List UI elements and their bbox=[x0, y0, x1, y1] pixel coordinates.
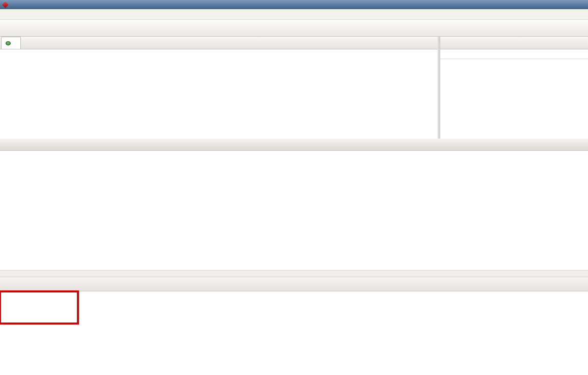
debug-panel bbox=[0, 37, 438, 139]
tab-debug[interactable] bbox=[1, 37, 21, 49]
title-bar bbox=[0, 0, 588, 9]
console-tab-bar bbox=[0, 277, 588, 291]
debug-panel-body bbox=[0, 49, 438, 139]
horizontal-scrollbar[interactable] bbox=[0, 270, 588, 277]
right-panel-tabs bbox=[440, 37, 588, 49]
expressions-panel bbox=[440, 37, 588, 139]
scroll-left-icon[interactable] bbox=[17, 271, 23, 277]
debug-icon bbox=[6, 41, 11, 45]
upper-area bbox=[0, 37, 588, 139]
app-logo-icon bbox=[2, 2, 9, 8]
code-area[interactable] bbox=[0, 151, 588, 270]
column-header-name bbox=[440, 49, 588, 59]
debug-panel-tabs bbox=[0, 37, 438, 49]
console-output[interactable] bbox=[0, 291, 588, 375]
annotation-rect bbox=[0, 290, 79, 325]
menu-bar bbox=[0, 9, 588, 20]
main-toolbar bbox=[0, 20, 588, 37]
editor-tab-bar bbox=[0, 139, 588, 151]
